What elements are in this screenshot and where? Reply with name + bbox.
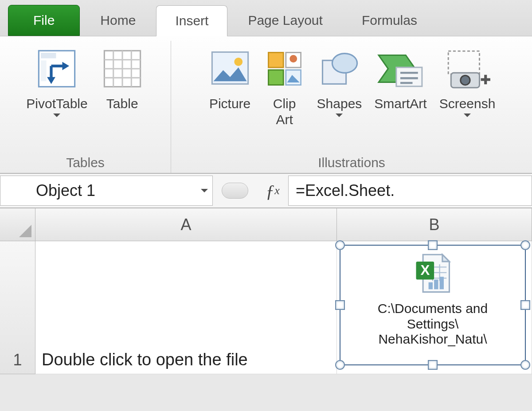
select-all-corner[interactable]: [0, 208, 35, 241]
resize-handle[interactable]: [428, 240, 438, 250]
row-header-1[interactable]: 1: [0, 241, 35, 374]
resize-handle[interactable]: [520, 360, 530, 370]
worksheet-grid: A B 1 Double click to open the file: [0, 208, 532, 374]
table-icon: [100, 44, 145, 93]
resize-handle[interactable]: [335, 240, 345, 250]
svg-rect-23: [448, 51, 479, 74]
smartart-label: SmartArt: [374, 96, 426, 112]
dropdown-arrow-icon: [336, 114, 343, 117]
svg-point-18: [332, 54, 357, 73]
dropdown-arrow-icon: [464, 114, 471, 117]
formula-value: =Excel.Sheet.: [296, 181, 395, 200]
cell-A1-value: Double click to open the file: [42, 350, 248, 369]
tab-file[interactable]: File: [8, 5, 80, 36]
name-box[interactable]: Object 1: [0, 176, 213, 206]
ribbon-tabs: File Home Insert Page Layout Formulas: [0, 0, 532, 36]
tab-insert[interactable]: Insert: [156, 5, 227, 36]
cell-A1[interactable]: Double click to open the file: [35, 241, 337, 374]
resize-handle[interactable]: [520, 300, 530, 310]
fx-icon[interactable]: ƒx: [257, 174, 288, 207]
shapes-icon: [317, 44, 361, 93]
pivottable-button[interactable]: PivotTable: [20, 41, 94, 152]
ribbon: PivotTable: [0, 36, 532, 174]
shapes-button[interactable]: Shapes: [311, 41, 368, 152]
embedded-object[interactable]: X C:\Documents and Settings\ NehaKishor_…: [340, 245, 526, 365]
column-headers: A B: [0, 208, 532, 241]
svg-rect-35: [440, 277, 444, 289]
formula-input[interactable]: =Excel.Sheet.: [288, 176, 532, 206]
screenshot-button[interactable]: Screensh: [433, 41, 502, 152]
svg-rect-33: [429, 282, 433, 290]
embedded-object-label: C:\Documents and Settings\ NehaKishor_Na…: [373, 299, 492, 347]
pivottable-icon: [35, 44, 79, 93]
dropdown-arrow-icon: [53, 114, 60, 117]
formula-bar: Object 1 ƒx =Excel.Sheet.: [0, 174, 532, 208]
smartart-icon: [376, 44, 425, 93]
expand-pill[interactable]: [222, 183, 248, 199]
smartart-button[interactable]: SmartArt: [368, 41, 433, 152]
clipart-button[interactable]: Clip Art: [258, 41, 311, 152]
screenshot-icon: [443, 44, 492, 93]
ribbon-group-tables: PivotTable: [0, 41, 171, 173]
svg-point-25: [461, 75, 470, 85]
svg-rect-15: [268, 70, 283, 85]
svg-rect-1: [41, 53, 56, 59]
cell-B1[interactable]: X C:\Documents and Settings\ NehaKishor_…: [337, 241, 532, 374]
resize-handle[interactable]: [428, 360, 438, 370]
tab-formulas[interactable]: Formulas: [343, 5, 436, 36]
table-button[interactable]: Table: [94, 41, 151, 152]
shapes-label: Shapes: [317, 96, 362, 112]
row-1: 1 Double click to open the file: [0, 241, 532, 374]
resize-handle[interactable]: [335, 360, 345, 370]
tab-home[interactable]: Home: [82, 5, 154, 36]
excel-file-icon: X: [411, 252, 455, 299]
svg-point-11: [234, 58, 243, 66]
svg-rect-12: [268, 52, 283, 67]
svg-point-14: [289, 55, 297, 63]
svg-rect-34: [434, 280, 438, 290]
resize-handle[interactable]: [520, 240, 530, 250]
svg-rect-2: [41, 60, 47, 81]
column-header-A[interactable]: A: [35, 208, 337, 241]
pivottable-label: PivotTable: [26, 96, 87, 112]
column-header-B[interactable]: B: [337, 208, 532, 241]
name-box-value: Object 1: [36, 181, 95, 200]
clipart-label: Clip Art: [273, 96, 296, 128]
group-label-illustrations: Illustrations: [318, 153, 385, 173]
clipart-icon: [265, 44, 305, 93]
formula-bar-controls: [213, 174, 257, 207]
group-label-tables: Tables: [66, 153, 105, 173]
tab-page-layout[interactable]: Page Layout: [229, 5, 341, 36]
resize-handle[interactable]: [335, 300, 345, 310]
picture-icon: [208, 44, 252, 93]
screenshot-label: Screensh: [439, 96, 496, 112]
ribbon-group-illustrations: Picture Clip Art: [171, 41, 532, 173]
table-label: Table: [106, 96, 138, 112]
picture-button[interactable]: Picture: [202, 41, 258, 152]
picture-label: Picture: [209, 96, 250, 112]
svg-text:X: X: [420, 262, 430, 278]
dropdown-arrow-icon: [201, 189, 208, 192]
